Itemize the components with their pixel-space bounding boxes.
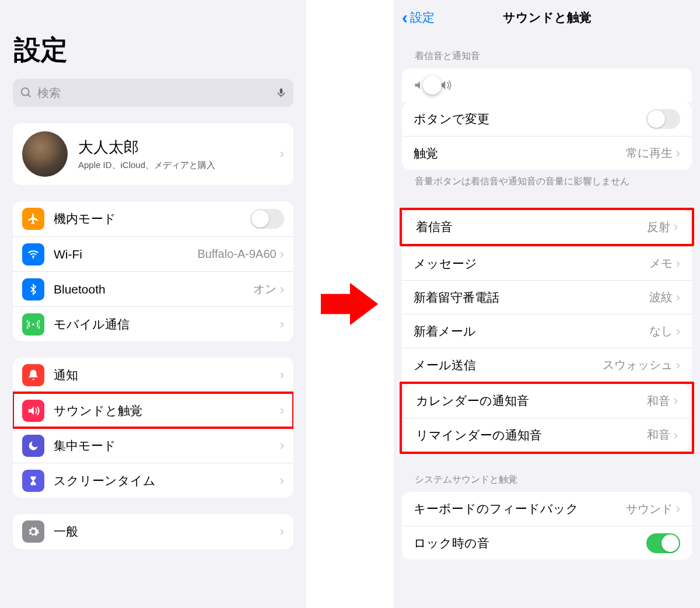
antenna-icon <box>22 313 44 336</box>
svg-rect-2 <box>280 89 283 94</box>
row-label: 一般 <box>54 523 280 540</box>
moon-icon <box>22 435 44 457</box>
settings-row-general[interactable]: 一般› <box>13 514 293 549</box>
sounds-row[interactable]: 触覚常に再生› <box>402 136 692 170</box>
speaker-icon <box>22 400 44 422</box>
row-label: キーボードのフィードバック <box>414 501 626 517</box>
row-label: Bluetooth <box>54 282 253 296</box>
sound-row[interactable]: メール送信スウォッシュ› <box>402 348 692 382</box>
bluetooth-icon <box>22 278 44 300</box>
chevron-right-icon: › <box>280 146 284 162</box>
back-button[interactable]: ‹ 設定 <box>402 9 435 26</box>
chevron-right-icon: › <box>674 393 678 408</box>
volume-slider-row[interactable] <box>402 68 692 102</box>
row-value: なし <box>649 323 673 339</box>
row-label: メッセージ <box>414 256 649 272</box>
profile-name: 大人太郎 <box>78 137 280 158</box>
row-label: ロック時の音 <box>414 535 646 551</box>
sound-row[interactable]: リマインダーの通知音和音› <box>404 418 690 452</box>
svg-point-4 <box>33 257 34 258</box>
row-value: 反射 <box>647 219 670 235</box>
svg-marker-6 <box>29 406 34 415</box>
page-title: 設定 <box>0 0 306 79</box>
row-value: 常に再生 <box>626 145 673 161</box>
back-label: 設定 <box>410 9 435 26</box>
chevron-right-icon: › <box>674 219 678 235</box>
settings-row-wifi[interactable]: Wi-FiBuffalo-A-9A60› <box>13 236 293 271</box>
highlight-box: 着信音反射› <box>400 208 694 246</box>
system-sound-row[interactable]: ロック時の音 <box>402 526 692 560</box>
sounds-row[interactable]: ボタンで変更 <box>402 102 692 136</box>
settings-row-screentime[interactable]: スクリーンタイム› <box>13 463 293 498</box>
row-label: ボタンで変更 <box>414 111 646 127</box>
svg-line-1 <box>28 95 31 97</box>
chevron-left-icon: ‹ <box>402 9 408 26</box>
row-value: メモ <box>649 256 673 271</box>
profile-subtitle: Apple ID、iCloud、メディアと購入 <box>78 160 280 171</box>
settings-row-airplane[interactable]: 機内モード <box>13 201 293 236</box>
settings-row-bluetooth[interactable]: Bluetoothオン› <box>13 271 293 306</box>
row-label: スクリーンタイム <box>54 473 280 489</box>
section-footer-note: 音量ボタンは着信音や通知音の音量に影響しません <box>394 170 700 188</box>
profile-card[interactable]: 大人太郎 Apple ID、iCloud、メディアと購入 › <box>13 123 293 185</box>
chevron-right-icon: › <box>676 501 680 516</box>
row-value: 波紋 <box>649 289 673 305</box>
toggle-switch[interactable] <box>646 109 680 129</box>
row-value: 和音 <box>647 393 670 409</box>
bell-icon <box>22 364 44 386</box>
chevron-right-icon: › <box>280 403 284 418</box>
toggle-switch[interactable] <box>646 533 680 553</box>
dictation-icon[interactable] <box>276 86 286 100</box>
toggle-switch[interactable] <box>250 209 284 229</box>
row-label: 通知 <box>54 367 280 383</box>
search-placeholder: 検索 <box>37 85 276 101</box>
row-value: サウンド <box>626 501 673 517</box>
chevron-right-icon: › <box>676 290 680 305</box>
highlight-box: カレンダーの通知音和音›リマインダーの通知音和音› <box>400 382 694 454</box>
search-input[interactable]: 検索 <box>13 79 293 107</box>
sound-row[interactable]: 新着メールなし› <box>402 314 692 348</box>
row-label: 触覚 <box>414 145 626 162</box>
sound-row[interactable]: カレンダーの通知音和音› <box>404 384 690 418</box>
svg-marker-7 <box>321 283 378 326</box>
system-sound-row[interactable]: キーボードのフィードバックサウンド› <box>402 492 692 526</box>
sound-row[interactable]: メッセージメモ› <box>402 246 692 280</box>
row-label: 新着メール <box>414 323 649 340</box>
settings-root-screen: 設定 検索 大人太郎 Apple ID、iCloud、メディアと購入 › 機内モ… <box>0 0 306 608</box>
chevron-right-icon: › <box>280 317 284 332</box>
svg-point-0 <box>22 88 29 96</box>
chevron-right-icon: › <box>676 358 680 373</box>
general-group: 一般› <box>13 514 293 549</box>
settings-row-notifications[interactable]: 通知› <box>13 358 293 393</box>
row-label: 新着留守番電話 <box>414 289 649 306</box>
svg-marker-8 <box>415 81 420 89</box>
settings-row-focus[interactable]: 集中モード› <box>13 428 293 463</box>
row-label: メール送信 <box>414 357 603 373</box>
sound-row[interactable]: 新着留守番電話波紋› <box>402 280 692 314</box>
settings-row-cellular[interactable]: モバイル通信› <box>13 306 293 341</box>
chevron-right-icon: › <box>280 282 284 297</box>
row-label: Wi-Fi <box>54 247 197 261</box>
chevron-right-icon: › <box>280 473 284 488</box>
row-label: カレンダーの通知音 <box>416 393 647 409</box>
screen-title: サウンドと触覚 <box>503 9 592 26</box>
row-label: モバイル通信 <box>54 316 280 333</box>
row-label: 集中モード <box>54 438 280 454</box>
settings-row-sounds[interactable]: サウンドと触覚› <box>13 393 293 428</box>
section-header-system: システムサウンドと触覚 <box>394 454 700 492</box>
row-value: Buffalo-A-9A60 <box>197 247 276 261</box>
chevron-right-icon: › <box>280 247 284 262</box>
svg-point-5 <box>32 323 34 326</box>
airplane-icon <box>22 208 44 230</box>
nav-bar: ‹ 設定 サウンドと触覚 <box>394 0 700 30</box>
slider-thumb[interactable] <box>423 76 442 95</box>
sound-row[interactable]: 着信音反射› <box>404 210 690 244</box>
connectivity-group: 機内モードWi-FiBuffalo-A-9A60›Bluetoothオン›モバイ… <box>13 201 293 341</box>
chevron-right-icon: › <box>676 146 680 161</box>
section-header-ringer: 着信音と通知音 <box>394 30 700 68</box>
chevron-right-icon: › <box>280 524 284 539</box>
row-label: リマインダーの通知音 <box>416 427 647 443</box>
search-icon <box>20 86 33 99</box>
chevron-right-icon: › <box>280 368 284 383</box>
wifi-icon <box>22 243 44 265</box>
